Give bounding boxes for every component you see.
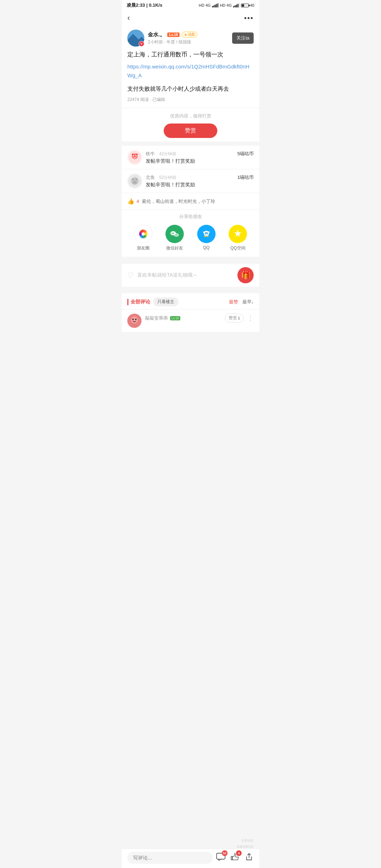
svg-rect-0 [212, 6, 213, 7]
tip-body-1: 铁牛 42分钟前 5嗝咕币 发帖辛苦啦！打赏奖励 [146, 151, 254, 164]
gift-button[interactable]: 🎁 [237, 267, 254, 283]
author-avatar-wrap[interactable]: V [127, 30, 144, 47]
status-time: 凌晨2:33 | 0.1K/s [127, 2, 162, 8]
status-right: HD 4G HD 4G 40 [199, 3, 255, 7]
quality-text: 优质内容，值得打赏 [127, 113, 254, 119]
comment-more-button[interactable]: ⋮ [247, 314, 254, 322]
sim2-label: HD 4G [220, 3, 232, 7]
comment-tab: 全部评论 [127, 299, 150, 305]
battery-label: 40 [250, 3, 254, 7]
tip-item-2: 北鱼 52分钟前 1嗝咕币 发帖辛苦啦！打赏奖励 [122, 169, 259, 193]
comment-section: 全部评论 只看楼主 最赞 最早↓ [122, 293, 259, 332]
gift-placeholder: 喜欢本帖就给TA送礼物哦～ [137, 272, 234, 278]
comment-actions: 赞赏 ℹ ⋮ [225, 314, 254, 323]
wechat-icon [165, 225, 184, 243]
svg-point-21 [133, 181, 137, 184]
gift-bar: ♡ 喜欢本帖就给TA送礼物哦～ 🎁 [122, 263, 259, 287]
svg-point-41 [207, 233, 208, 233]
tip-name-1: 铁牛 [146, 151, 155, 156]
share-icons: 朋友圈 微信好友 [127, 225, 254, 251]
svg-point-35 [176, 235, 177, 235]
share-section: 分享给朋友 [122, 210, 259, 257]
praise-icon: ℹ [238, 316, 240, 321]
author-row: V 金水.。 Lv.18 ★ 活跃 2小时前 · 年度 / 线报猿 关注ta [127, 26, 254, 50]
svg-point-32 [173, 233, 174, 234]
svg-rect-8 [237, 4, 238, 7]
tip-avatar-2 [127, 174, 142, 188]
tip-time-1: 42分钟前 [159, 151, 176, 156]
svg-rect-4 [218, 3, 218, 7]
share-label: 分享给朋友 [127, 213, 254, 220]
follow-button[interactable]: 关注ta [232, 32, 254, 44]
post-stats: 22474 阅读 · 已编辑 [127, 97, 254, 103]
reward-button[interactable]: 赞赏 [164, 123, 217, 138]
svg-point-42 [205, 234, 207, 235]
signal2-icon [233, 3, 240, 7]
qq-label: QQ [203, 245, 210, 250]
battery-icon [241, 4, 249, 7]
svg-point-27 [137, 180, 139, 182]
wechat-label: 微信好友 [166, 245, 183, 251]
post-desc: 支付失败就等几个小时人少或者白天再去 [127, 84, 254, 94]
main-content: V 金水.。 Lv.18 ★ 活跃 2小时前 · 年度 / 线报猿 关注ta 定… [122, 26, 259, 141]
comment-praise-button[interactable]: 赞赏 ℹ [225, 314, 244, 323]
quality-section: 优质内容，值得打赏 赞赏 [127, 108, 254, 141]
share-moments[interactable]: 朋友圈 [134, 225, 152, 251]
tip-body-2: 北鱼 52分钟前 1嗝咕币 发帖辛苦啦！打赏奖励 [146, 174, 254, 188]
svg-rect-9 [239, 3, 240, 7]
sort-earliest[interactable]: 最早↓ [242, 299, 254, 305]
qqzone-label: QQ空间 [230, 245, 246, 251]
verified-badge: V [139, 41, 144, 47]
qq-icon [197, 225, 216, 243]
comment-level-badge: Lv.15 [170, 316, 180, 320]
svg-marker-47 [234, 230, 241, 237]
tip-msg-1: 发帖辛苦啦！打赏奖励 [146, 158, 254, 164]
author-name: 金水.。 [148, 31, 165, 38]
svg-rect-5 [233, 6, 234, 7]
svg-rect-2 [215, 5, 216, 7]
comment-header: 全部评论 只看楼主 最赞 最早↓ [122, 293, 259, 309]
svg-point-45 [203, 231, 205, 233]
share-wechat[interactable]: 微信好友 [165, 225, 184, 251]
svg-point-50 [132, 319, 134, 320]
svg-point-40 [205, 233, 206, 233]
tip-amount-2: 1嗝咕币 [237, 174, 254, 181]
back-button[interactable]: ‹ [127, 13, 130, 23]
like-row: 👍 4 索伦，蜀山街道，时光时光，小丁玲 [122, 193, 259, 210]
comment-sort: 最赞 最早↓ [229, 299, 254, 305]
share-qqzone[interactable]: QQ空间 [229, 225, 247, 251]
tip-name-2: 北鱼 [146, 175, 155, 180]
like-users: 索伦，蜀山街道，时光时光，小丁玲 [142, 198, 215, 205]
moments-icon [134, 225, 152, 243]
share-qq[interactable]: QQ [197, 225, 216, 251]
more-button[interactable]: ••• [244, 14, 254, 22]
sort-best[interactable]: 最赞 [229, 299, 238, 305]
like-count: 4 [137, 199, 139, 204]
praise-label: 赞赏 [229, 315, 237, 321]
level-badge: Lv.18 [167, 32, 180, 37]
comment-item: 敲敲安乖乖 Lv.15 赞赏 ℹ ⋮ [122, 309, 259, 332]
gift-icon: 🎁 [241, 271, 250, 280]
read-count: 22474 [127, 97, 139, 102]
svg-point-24 [133, 179, 133, 180]
heart-icon: ♡ [127, 271, 134, 279]
svg-point-31 [172, 233, 173, 234]
svg-rect-6 [235, 5, 236, 7]
post-link[interactable]: https://mp.weixin.qq.com/s/1Q2mHSFdBmGdk… [127, 62, 254, 80]
tip-avatar-1 [127, 150, 142, 165]
comment-avatar [127, 314, 141, 328]
svg-point-49 [131, 317, 138, 324]
post-title: 定上海，工行通用数币，一号领一次 [127, 50, 254, 59]
svg-rect-7 [236, 5, 237, 7]
author-info: 金水.。 Lv.18 ★ 活跃 2小时前 · 年度 / 线报猿 [148, 31, 229, 45]
tip-amount-1: 5嗝咕币 [237, 151, 254, 157]
top-nav: ‹ ••• [122, 10, 259, 26]
svg-point-46 [208, 231, 210, 233]
svg-point-34 [175, 235, 176, 235]
svg-rect-18 [136, 153, 138, 156]
status-bar: 凌晨2:33 | 0.1K/s HD 4G HD 4G 40 [122, 0, 259, 10]
svg-point-44 [207, 236, 209, 237]
comment-filter-button[interactable]: 只看楼主 [153, 297, 179, 306]
comment-body: 敲敲安乖乖 Lv.15 赞赏 ℹ ⋮ [145, 314, 254, 323]
tip-item-1: 铁牛 42分钟前 5嗝咕币 发帖辛苦啦！打赏奖励 [122, 146, 259, 169]
